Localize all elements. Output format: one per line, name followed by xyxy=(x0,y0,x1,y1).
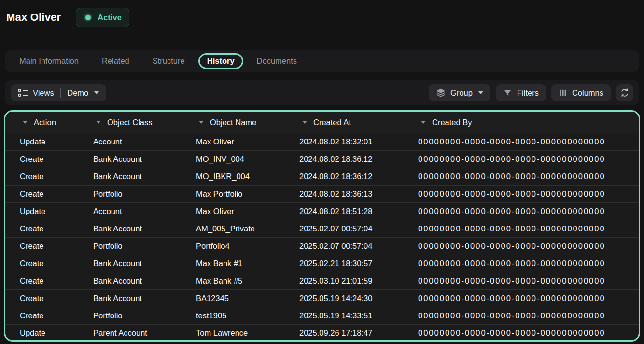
views-divider xyxy=(60,88,61,98)
table-row[interactable]: CreateBank AccountAM_005_Private2025.02.… xyxy=(5,220,639,237)
cell-created-by: 00000000-0000-0000-0000-000000000000 xyxy=(404,242,639,251)
column-header-created-at[interactable]: Created At xyxy=(285,118,404,127)
cell-object-class: Account xyxy=(79,207,182,216)
cell-object-name: MO_INV_004 xyxy=(182,155,285,164)
cell-action: Create xyxy=(5,311,79,320)
cell-action: Create xyxy=(5,294,79,303)
cell-created-at: 2024.08.02 18:51:28 xyxy=(285,207,404,216)
cell-created-by: 00000000-0000-0000-0000-000000000000 xyxy=(404,155,639,164)
cell-created-at: 2025.05.19 14:24:30 xyxy=(285,294,404,303)
cell-created-at: 2024.08.02 18:36:12 xyxy=(285,155,404,164)
column-menu-icon[interactable] xyxy=(421,121,426,124)
cell-object-name: Max Oliver xyxy=(182,137,285,146)
refresh-button[interactable] xyxy=(616,84,633,101)
column-header-action[interactable]: Action xyxy=(5,118,79,127)
cell-action: Create xyxy=(5,276,79,286)
tab-main-information[interactable]: Main Information xyxy=(10,53,88,69)
cell-action: Update xyxy=(5,329,79,338)
chevron-down-icon xyxy=(478,91,483,94)
column-menu-icon[interactable] xyxy=(23,121,28,124)
tab-history[interactable]: History xyxy=(198,53,243,69)
column-header-label: Created By xyxy=(432,118,472,127)
cell-created-by: 00000000-0000-0000-0000-000000000000 xyxy=(404,172,639,181)
cell-object-name: Max Bank #1 xyxy=(182,259,285,268)
cell-created-by: 00000000-0000-0000-0000-000000000000 xyxy=(404,311,639,320)
cell-object-class: Bank Account xyxy=(79,155,182,164)
cell-action: Create xyxy=(5,172,79,181)
column-menu-icon[interactable] xyxy=(96,121,101,124)
column-menu-icon[interactable] xyxy=(302,121,307,124)
columns-button[interactable]: Columns xyxy=(551,84,611,101)
cell-object-name: test1905 xyxy=(182,311,285,320)
cell-object-name: Max Oliver xyxy=(182,207,285,216)
status-dot-icon xyxy=(84,13,92,22)
tab-documents[interactable]: Documents xyxy=(247,53,307,69)
tab-related[interactable]: Related xyxy=(92,53,139,69)
cell-created-by: 00000000-0000-0000-0000-000000000000 xyxy=(404,207,639,216)
cell-action: Create xyxy=(5,259,79,268)
cell-object-name: Max Bank #5 xyxy=(182,276,285,286)
table-row[interactable]: CreateBank AccountMax Bank #12025.02.21 … xyxy=(5,255,639,272)
table-row[interactable]: CreateBank AccountBA123452025.05.19 14:2… xyxy=(5,289,639,307)
cell-created-at: 2025.09.26 17:18:47 xyxy=(285,329,404,338)
cell-created-at: 2024.08.02 18:32:01 xyxy=(285,137,404,146)
selected-view-name: Demo xyxy=(67,88,88,98)
cell-action: Update xyxy=(5,207,79,216)
cell-object-name: BA12345 xyxy=(182,294,285,303)
cell-object-name: AM_005_Private xyxy=(182,224,285,233)
views-selector-button[interactable]: Views Demo xyxy=(11,84,106,101)
status-badge-label: Active xyxy=(98,13,122,22)
cell-created-by: 00000000-0000-0000-0000-000000000000 xyxy=(404,224,639,233)
cell-object-name: Tom Lawrence xyxy=(182,329,285,338)
table-row[interactable]: CreatePortfolioPortfolio42025.02.07 00:5… xyxy=(5,237,639,255)
table-row[interactable]: CreatePortfolioMax Portfolio2024.08.02 1… xyxy=(5,185,639,202)
status-badge: Active xyxy=(76,8,129,27)
cell-created-at: 2024.08.02 18:36:12 xyxy=(285,172,404,181)
cell-object-class: Account xyxy=(79,137,182,146)
column-header-label: Created At xyxy=(313,118,351,127)
cell-object-name: MO_IBKR_004 xyxy=(182,172,285,181)
table-row[interactable]: CreateBank AccountMO_INV_0042024.08.02 1… xyxy=(5,150,639,168)
cell-object-name: Portfolio4 xyxy=(182,242,285,251)
cell-created-by: 00000000-0000-0000-0000-000000000000 xyxy=(404,276,639,286)
columns-label: Columns xyxy=(572,88,603,98)
cell-created-at: 2024.08.02 18:36:13 xyxy=(285,189,404,199)
table-row[interactable]: UpdateAccountMax Oliver2024.08.02 18:51:… xyxy=(5,202,639,220)
table-body: UpdateAccountMax Oliver2024.08.02 18:32:… xyxy=(5,133,639,342)
group-label: Group xyxy=(450,88,473,98)
table-row[interactable]: UpdateParent AccountTom Lawrence2025.09.… xyxy=(5,324,639,342)
cell-object-class: Portfolio xyxy=(79,189,182,199)
cell-action: Update xyxy=(5,137,79,146)
cell-created-by: 00000000-0000-0000-0000-000000000000 xyxy=(404,189,639,199)
cell-created-by: 00000000-0000-0000-0000-000000000000 xyxy=(404,294,639,303)
column-menu-icon[interactable] xyxy=(199,121,204,124)
column-header-created-by[interactable]: Created By xyxy=(404,118,639,127)
column-header-label: Object Class xyxy=(107,118,153,127)
page-title: Max Oliver xyxy=(6,8,61,27)
tab-structure[interactable]: Structure xyxy=(143,53,195,69)
table-row[interactable]: CreatePortfoliotest19052025.05.19 14:33:… xyxy=(5,307,639,324)
table-row[interactable]: CreateBank AccountMax Bank #52025.03.10 … xyxy=(5,272,639,289)
cell-action: Create xyxy=(5,155,79,164)
filters-button[interactable]: Filters xyxy=(496,84,546,101)
table-row[interactable]: UpdateAccountMax Oliver2024.08.02 18:32:… xyxy=(5,133,639,150)
cell-object-name: Max Portfolio xyxy=(182,189,285,199)
column-header-object-name[interactable]: Object Name xyxy=(182,118,285,127)
group-layers-icon xyxy=(436,88,446,98)
group-button[interactable]: Group xyxy=(429,84,490,101)
cell-object-class: Bank Account xyxy=(79,172,182,181)
cell-action: Create xyxy=(5,189,79,199)
history-table: Action Object Class Object Name Created … xyxy=(4,110,640,342)
table-row[interactable]: CreateBank AccountMO_IBKR_0042024.08.02 … xyxy=(5,168,639,185)
cell-created-at: 2025.05.19 14:33:51 xyxy=(285,311,404,320)
cell-created-by: 00000000-0000-0000-0000-000000000000 xyxy=(404,259,639,268)
chevron-down-icon xyxy=(94,91,99,94)
column-header-label: Action xyxy=(34,118,56,127)
cell-object-class: Portfolio xyxy=(79,311,182,320)
refresh-sync-icon xyxy=(620,88,630,98)
tab-bar: Main Information Related Structure Histo… xyxy=(5,50,639,72)
columns-bars-icon xyxy=(559,88,567,97)
column-header-object-class[interactable]: Object Class xyxy=(79,118,182,127)
cell-action: Create xyxy=(5,242,79,251)
cell-created-at: 2025.02.07 00:57:04 xyxy=(285,224,404,233)
